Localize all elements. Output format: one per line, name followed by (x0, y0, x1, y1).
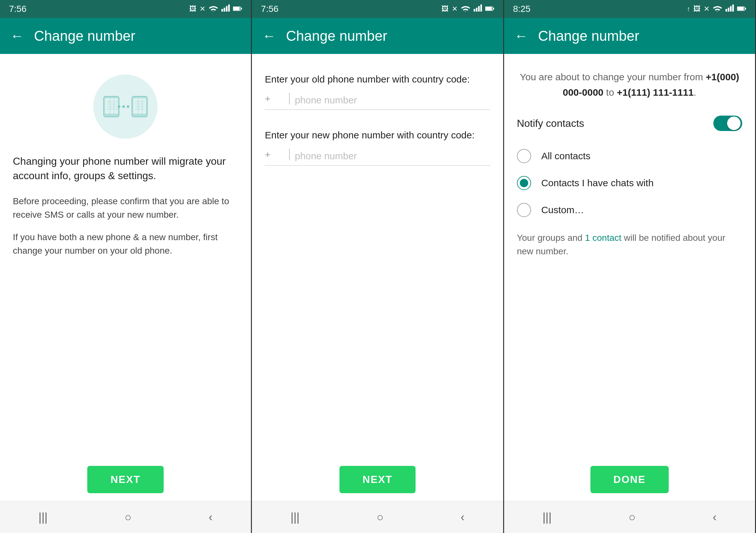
app-bar-title-2: Change number (286, 28, 387, 44)
radio-label-all: All contacts (541, 151, 590, 161)
battery-icon-2 (485, 5, 494, 13)
signal-icon-3 (725, 5, 734, 14)
wifi-icon-1 (208, 5, 218, 14)
app-bar-3: ← Change number (504, 18, 755, 54)
battery-icon-1 (233, 5, 242, 13)
notify-toggle[interactable] (713, 116, 742, 131)
nav-menu-1[interactable]: ||| (39, 511, 47, 524)
bottom-area-3: DONE (504, 456, 755, 501)
app-bar-title-3: Change number (538, 28, 639, 44)
battery-icon-3 (737, 5, 746, 13)
status-bar-3: 8:25 ↑ 🖼 ✕ (504, 0, 755, 18)
content-2: Enter your old phone number with country… (252, 54, 503, 456)
panel-input: 7:56 🖼 ✕ ← Change number Enter your old … (252, 0, 504, 533)
svg-rect-32 (493, 8, 494, 10)
next-button-1[interactable]: NEXT (87, 466, 163, 493)
radio-chats-contacts[interactable]: Contacts I have chats with (517, 170, 742, 197)
image-icon-3: 🖼 (693, 5, 700, 13)
nav-bar-2: ||| ○ ‹ (252, 501, 503, 533)
status-icons-3: ↑ 🖼 ✕ (687, 5, 746, 14)
svg-rect-6 (241, 8, 242, 10)
next-button-2[interactable]: NEXT (339, 466, 416, 493)
svg-point-9 (118, 105, 120, 108)
status-time-3: 8:25 (513, 4, 531, 14)
input-divider-2 (289, 149, 290, 160)
radio-outer-custom[interactable] (517, 203, 531, 217)
app-bar-2: ← Change number (252, 18, 503, 54)
old-phone-placeholder[interactable]: phone number (295, 95, 490, 106)
bottom-area-2: NEXT (252, 456, 503, 501)
radio-outer-all[interactable] (517, 149, 531, 163)
nav-menu-3[interactable]: ||| (543, 511, 552, 524)
input-divider-1 (289, 93, 290, 104)
radio-custom[interactable]: Custom… (517, 197, 742, 223)
svg-rect-8 (105, 98, 118, 114)
status-time-1: 7:56 (9, 4, 27, 14)
svg-rect-26 (473, 9, 475, 12)
svg-point-11 (127, 105, 129, 108)
toggle-knob (727, 117, 741, 130)
svg-rect-39 (745, 8, 746, 10)
x-icon-1: ✕ (200, 5, 205, 13)
new-country-code[interactable]: + (265, 149, 284, 161)
wifi-icon-2 (461, 5, 471, 14)
confirm-suffix: . (694, 87, 696, 98)
wifi-icon-3 (713, 5, 722, 14)
svg-point-10 (122, 105, 125, 108)
svg-rect-5 (233, 7, 240, 10)
notify-info-prefix: Your groups and (517, 233, 585, 243)
confirm-to: to (604, 87, 617, 98)
nav-home-2[interactable]: ○ (377, 511, 384, 524)
notify-info-text: Your groups and 1 contact will be notifi… (517, 231, 742, 258)
info-text-2: If you have both a new phone & a new num… (13, 231, 238, 258)
radio-label-chats: Contacts I have chats with (541, 178, 654, 188)
new-phone-placeholder[interactable]: phone number (295, 151, 490, 161)
notify-link[interactable]: 1 contact (585, 233, 622, 243)
old-number-input-row[interactable]: + phone number (265, 93, 490, 110)
nav-home-3[interactable]: ○ (629, 511, 636, 524)
svg-rect-0 (221, 9, 223, 12)
image-icon-2: 🖼 (442, 5, 448, 13)
new-number-display: +1(111) 111-1111 (617, 87, 693, 98)
back-button-3[interactable]: ← (514, 28, 528, 44)
info-text-1: Before proceeding, please confirm that y… (13, 195, 238, 222)
svg-rect-31 (485, 7, 492, 10)
radio-all-contacts[interactable]: All contacts (517, 143, 742, 170)
x-icon-2: ✕ (452, 5, 458, 13)
new-number-label: Enter your new phone number with country… (265, 128, 490, 142)
back-button-1[interactable]: ← (10, 28, 24, 44)
done-button[interactable]: DONE (590, 466, 669, 493)
svg-rect-34 (728, 8, 729, 12)
nav-back-3[interactable]: ‹ (713, 511, 716, 524)
nav-bar-1: ||| ○ ‹ (0, 501, 251, 533)
status-time-2: 7:56 (261, 4, 279, 14)
nav-back-2[interactable]: ‹ (461, 511, 465, 524)
svg-rect-13 (133, 98, 146, 114)
radio-inner-chats (520, 179, 528, 187)
confirm-text: You are about to change your number from… (517, 70, 742, 100)
svg-rect-36 (732, 5, 734, 12)
svg-rect-38 (737, 7, 744, 10)
nav-bar-3: ||| ○ ‹ (504, 501, 755, 533)
back-button-2[interactable]: ← (262, 28, 276, 44)
radio-label-custom: Custom… (541, 205, 584, 215)
radio-outer-chats[interactable] (517, 176, 531, 190)
content-1: Changing your phone number will migrate … (0, 54, 251, 456)
nav-menu-2[interactable]: ||| (290, 511, 299, 524)
info-bold-text: Changing your phone number will migrate … (13, 154, 238, 183)
status-icons-2: 🖼 ✕ (442, 5, 494, 14)
svg-rect-29 (480, 5, 482, 12)
svg-rect-28 (478, 6, 480, 12)
confirm-prefix: You are about to change your number from (520, 71, 706, 82)
old-number-label: Enter your old phone number with country… (265, 72, 490, 86)
status-bar-2: 7:56 🖼 ✕ (252, 0, 503, 18)
signal-icon-2 (473, 5, 482, 14)
notify-contacts-label: Notify contacts (517, 118, 584, 129)
old-country-code[interactable]: + (265, 94, 284, 106)
new-number-input-row[interactable]: + phone number (265, 149, 490, 166)
panel-intro: 7:56 🖼 ✕ ← Change number (0, 0, 252, 533)
arrow-icon-3: ↑ (687, 5, 690, 13)
nav-home-1[interactable]: ○ (124, 511, 132, 524)
content-3: You are about to change your number from… (504, 54, 755, 456)
nav-back-1[interactable]: ‹ (208, 511, 212, 524)
